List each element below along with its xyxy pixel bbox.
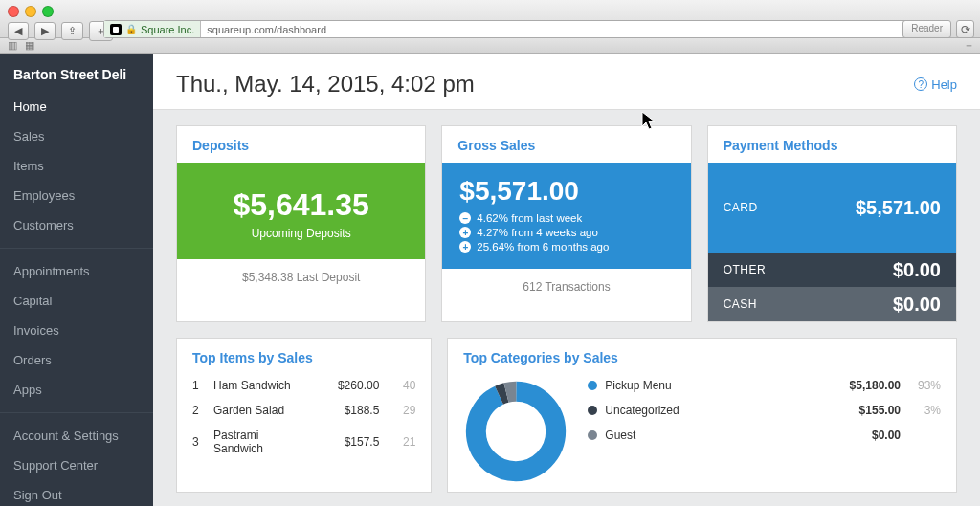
window-controls: [8, 6, 54, 17]
page-header: Thu., May. 14, 2015, 4:02 pm ? Help: [153, 54, 980, 110]
category-row: Guest $0.00: [588, 423, 941, 448]
item-name: Ham Sandwich: [213, 379, 302, 392]
legend-dot-icon: [588, 430, 597, 440]
sidebar-item-support-center[interactable]: Support Center: [0, 451, 153, 480]
sidebar-item-items[interactable]: Items: [0, 151, 153, 181]
deposits-card[interactable]: Deposits $5,641.35 Upcoming Deposits $5,…: [176, 125, 426, 322]
panel-title: Top Categories by Sales: [448, 339, 956, 373]
card-title: Gross Sales: [442, 126, 690, 163]
category-row: Uncategorized $155.00 3%: [588, 398, 941, 423]
item-rank: 1: [192, 379, 204, 392]
list-item: 1 Ham Sandwich $260.00 40: [177, 373, 431, 398]
payment-value: $0.00: [893, 294, 941, 316]
category-row: Pickup Menu $5,180.00 93%: [588, 373, 941, 398]
top-categories-panel[interactable]: Top Categories by Sales Pickup: [447, 338, 957, 493]
back-button[interactable]: ◀: [8, 22, 29, 40]
stat-text: 4.62% from last week: [477, 212, 582, 224]
forward-button[interactable]: ▶: [34, 22, 56, 40]
gross-sales-card[interactable]: Gross Sales $5,571.00 −4.62% from last w…: [441, 125, 691, 322]
payment-value: $0.00: [893, 259, 941, 281]
square-logo-icon: [110, 24, 122, 35]
stat-row: −4.62% from last week: [459, 212, 673, 224]
item-count: 29: [389, 404, 415, 417]
deposits-footer: $5,348.38 Last Deposit: [177, 259, 425, 296]
category-name: Uncategorized: [605, 404, 821, 417]
deposits-amount: $5,641.35: [177, 187, 425, 223]
reader-button[interactable]: Reader: [902, 20, 951, 38]
close-window-icon[interactable]: [8, 6, 19, 17]
minus-icon: −: [459, 212, 471, 224]
item-count: 40: [389, 379, 415, 392]
help-link[interactable]: ? Help: [914, 77, 957, 92]
sidebar-item-capital[interactable]: Capital: [0, 286, 153, 316]
sidebar-item-sales[interactable]: Sales: [0, 121, 153, 151]
item-amount: $188.5: [312, 404, 379, 417]
stat-row: +25.64% from 6 months ago: [459, 241, 673, 253]
zoom-window-icon[interactable]: [42, 6, 54, 17]
sidebar-item-employees[interactable]: Employees: [0, 181, 153, 210]
card-title: Payment Methods: [708, 126, 956, 163]
plus-icon: +: [459, 227, 471, 238]
gross-footer: 612 Transactions: [442, 269, 690, 305]
browser-chrome: ◀ ▶ ⇪ ＋ 🔒 Square Inc. squareup.com/dashb…: [0, 0, 980, 38]
sidebar-item-orders[interactable]: Orders: [0, 345, 153, 375]
category-name: Pickup Menu: [605, 379, 821, 392]
help-icon: ?: [914, 77, 927, 91]
help-label: Help: [931, 77, 957, 92]
list-item: 2 Garden Salad $188.5 29: [177, 398, 431, 423]
stat-row: +4.27% from 4 weeks ago: [459, 227, 673, 238]
item-amount: $260.00: [312, 379, 379, 392]
payment-label: CARD: [724, 201, 758, 214]
share-button[interactable]: ⇪: [61, 22, 83, 40]
sidebar: Barton Street Deli Home Sales Items Empl…: [0, 54, 153, 506]
deposits-subtitle: Upcoming Deposits: [177, 227, 425, 240]
card-title: Deposits: [177, 126, 425, 163]
sidebar-separator: [0, 248, 153, 249]
sidebar-item-sign-out[interactable]: Sign Out: [0, 480, 153, 506]
item-amount: $157.5: [312, 435, 379, 449]
sidebar-item-appointments[interactable]: Appointments: [0, 256, 153, 286]
gross-banner: $5,571.00 −4.62% from last week +4.27% f…: [442, 163, 690, 269]
top-items-panel[interactable]: Top Items by Sales 1 Ham Sandwich $260.0…: [176, 338, 432, 493]
panel-title: Top Items by Sales: [177, 339, 431, 373]
category-legend: Pickup Menu $5,180.00 93% Uncategorized …: [588, 373, 941, 448]
svg-point-0: [477, 391, 556, 471]
lock-icon: 🔒: [125, 24, 137, 34]
sidebar-separator: [0, 412, 153, 413]
business-name: Barton Street Deli: [0, 54, 153, 92]
site-name: Square Inc.: [141, 24, 194, 35]
category-name: Guest: [605, 429, 821, 442]
payment-label: CASH: [724, 297, 757, 311]
gross-amount: $5,571.00: [459, 176, 673, 207]
site-identity-badge: 🔒 Square Inc.: [104, 21, 201, 37]
payment-label: OTHER: [724, 263, 767, 276]
reload-button[interactable]: ⟳: [956, 20, 974, 38]
item-name: Pastrami Sandwich: [213, 429, 302, 455]
main-content: Thu., May. 14, 2015, 4:02 pm ? Help Depo…: [153, 54, 980, 506]
item-count: 21: [389, 435, 415, 449]
page-title: Thu., May. 14, 2015, 4:02 pm: [176, 71, 475, 98]
payment-value: $5,571.00: [856, 197, 941, 219]
sidebar-item-apps[interactable]: Apps: [0, 375, 153, 405]
sidebar-item-invoices[interactable]: Invoices: [0, 316, 153, 345]
category-amount: $155.00: [829, 404, 901, 417]
add-bookmark-icon[interactable]: ＋: [964, 38, 974, 53]
address-bar[interactable]: 🔒 Square Inc. squareup.com/dashboard: [103, 20, 913, 38]
payment-methods-card[interactable]: Payment Methods CARD $5,571.00 OTHER $0.…: [707, 125, 957, 322]
payment-row-cash: CASH $0.00: [708, 287, 956, 321]
sidebar-item-account-settings[interactable]: Account & Settings: [0, 421, 153, 451]
sidebar-item-home[interactable]: Home: [0, 92, 153, 121]
minimize-window-icon[interactable]: [25, 6, 36, 17]
category-amount: $5,180.00: [829, 379, 901, 392]
sidebar-item-customers[interactable]: Customers: [0, 210, 153, 240]
deposits-banner: $5,641.35 Upcoming Deposits: [177, 163, 425, 259]
list-item: 3 Pastrami Sandwich $157.5 21: [177, 423, 431, 461]
payment-row-card: CARD $5,571.00: [708, 163, 956, 253]
plus-icon: +: [459, 241, 471, 253]
category-pct: 3%: [908, 404, 941, 417]
category-pct: 93%: [908, 379, 941, 392]
payment-row-other: OTHER $0.00: [708, 253, 956, 287]
item-rank: 2: [192, 404, 204, 417]
category-amount: $0.00: [829, 429, 901, 442]
stat-text: 4.27% from 4 weeks ago: [477, 227, 598, 238]
